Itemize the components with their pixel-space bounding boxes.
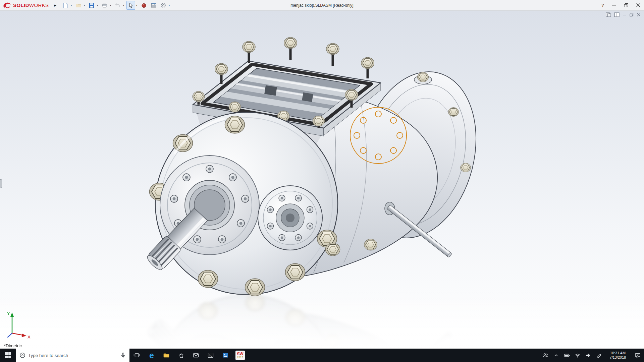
save-icon — [89, 2, 95, 8]
graphics-viewport[interactable]: Y X *Dimetric — [0, 11, 644, 349]
microphone-icon[interactable] — [120, 352, 126, 358]
restore-button[interactable] — [620, 0, 632, 10]
people-button[interactable] — [540, 349, 551, 362]
pen-button[interactable] — [594, 349, 604, 362]
title-bar: SOLIDWORKS ▶ ▾ — [0, 0, 644, 11]
view-orientation-label: *Dimetric — [4, 343, 22, 348]
console-button[interactable] — [203, 349, 218, 362]
doc-window-a-icon — [606, 12, 611, 17]
close-icon — [636, 3, 640, 7]
file-explorer-icon — [163, 352, 170, 358]
taskbar-clock[interactable]: 10:31 AM 7/13/2018 — [604, 349, 631, 362]
undo-icon — [115, 2, 121, 8]
triad-x-label: X — [28, 335, 31, 340]
volume-icon — [585, 352, 591, 358]
doc-restore-button[interactable] — [630, 13, 634, 17]
photos-icon — [222, 352, 229, 358]
select-button[interactable] — [126, 1, 135, 10]
doc-close-button[interactable] — [637, 13, 641, 17]
mail-icon — [193, 352, 199, 358]
orientation-triad: Y X — [5, 308, 33, 341]
task-view-icon — [133, 352, 140, 358]
open-folder-icon — [75, 2, 82, 8]
gearbox-model — [145, 37, 493, 296]
edge-button[interactable]: e — [144, 349, 159, 362]
print-button[interactable] — [100, 1, 109, 10]
battery-button[interactable] — [561, 349, 572, 362]
wifi-button[interactable] — [572, 349, 583, 362]
store-icon — [178, 352, 184, 358]
taskbar-search[interactable] — [16, 349, 129, 362]
chevron-up-icon — [553, 353, 559, 358]
quick-access-toolbar: ▾ ▾ — [61, 1, 172, 10]
brand-wordmark: SOLIDWORKS — [13, 2, 49, 8]
sw-icon-year: 2017 — [237, 356, 243, 359]
options-gear-icon — [160, 2, 166, 8]
undo-caret[interactable]: ▾ — [122, 4, 125, 7]
undo-button[interactable] — [113, 1, 122, 10]
options-caret[interactable]: ▾ — [168, 4, 171, 7]
store-button[interactable] — [174, 349, 189, 362]
document-window-controls — [606, 12, 641, 17]
design-table-icon — [151, 2, 157, 8]
volume-button[interactable] — [583, 349, 594, 362]
sw-icon-text: SW — [237, 352, 243, 356]
print-caret[interactable]: ▾ — [109, 4, 112, 7]
action-center-icon — [635, 352, 641, 358]
clock-time: 10:31 AM — [610, 351, 626, 355]
doc-close-icon — [637, 13, 641, 17]
edit-appearance-button[interactable] — [140, 1, 148, 10]
ds-logo-icon — [3, 2, 11, 9]
console-icon — [207, 352, 214, 358]
minimize-icon — [612, 3, 616, 7]
doc-window-a-button[interactable] — [606, 12, 611, 17]
secondary-flange — [258, 186, 322, 250]
doc-window-b-button[interactable] — [614, 12, 620, 17]
new-document-icon — [62, 2, 68, 8]
people-icon — [542, 352, 548, 358]
options-button[interactable] — [159, 1, 168, 10]
system-tray: 10:31 AM 7/13/2018 — [540, 349, 644, 362]
task-view-button[interactable] — [129, 349, 144, 362]
open-caret[interactable]: ▾ — [83, 4, 86, 7]
doc-minimize-icon — [623, 13, 627, 17]
brand-works: WORKS — [29, 2, 49, 8]
doc-restore-icon — [630, 13, 634, 17]
doc-minimize-button[interactable] — [623, 13, 627, 17]
battery-icon — [564, 352, 570, 358]
doc-window-b-icon — [614, 12, 620, 17]
restore-icon — [624, 3, 628, 7]
model-canvas[interactable] — [0, 11, 644, 349]
close-button[interactable] — [632, 0, 644, 10]
search-input[interactable] — [28, 353, 117, 358]
open-button[interactable] — [74, 1, 83, 10]
help-button[interactable]: ? — [598, 0, 608, 10]
mail-button[interactable] — [189, 349, 203, 362]
start-button[interactable] — [0, 349, 16, 362]
wifi-icon — [575, 352, 581, 358]
design-table-button[interactable] — [149, 1, 158, 10]
save-button[interactable] — [87, 1, 96, 10]
hidden-icons-button[interactable] — [551, 349, 561, 362]
appearance-sphere-icon — [141, 2, 147, 8]
screen: SOLIDWORKS ▶ ▾ — [0, 0, 644, 362]
menu-expander-button[interactable]: ▶ — [52, 1, 58, 9]
reflection-fade — [0, 292, 644, 349]
triad-y-label: Y — [7, 311, 10, 316]
pane-splitter-handle[interactable] — [0, 179, 2, 188]
solidworks-taskbar-button[interactable]: SW 2017 — [233, 349, 248, 362]
new-document-button[interactable] — [61, 1, 70, 10]
edge-icon: e — [149, 351, 154, 360]
new-document-caret[interactable]: ▾ — [70, 4, 73, 7]
file-explorer-button[interactable] — [159, 349, 174, 362]
brand-solid: SOLID — [13, 2, 29, 8]
photos-button[interactable] — [218, 349, 233, 362]
pen-icon — [596, 352, 602, 358]
solidworks-logo: SOLIDWORKS — [3, 2, 49, 9]
save-caret[interactable]: ▾ — [96, 4, 99, 7]
windows-logo-icon — [5, 352, 11, 358]
select-cursor-icon — [128, 2, 134, 8]
minimize-button[interactable] — [608, 0, 620, 10]
select-caret[interactable]: ▾ — [135, 4, 139, 7]
action-center-button[interactable] — [631, 349, 644, 362]
